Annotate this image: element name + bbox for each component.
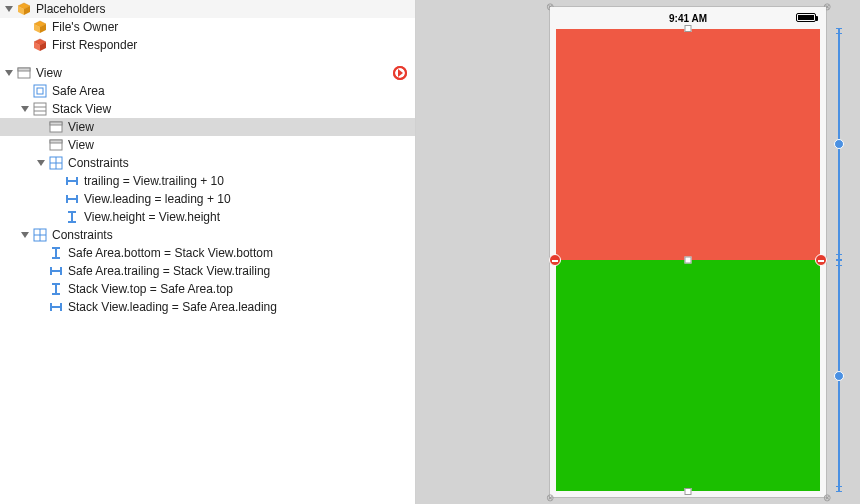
disclosure-triangle-icon[interactable] bbox=[36, 158, 46, 168]
device-frame[interactable]: ⊗ ⊗ ⊗ ⊗ 9:41 AM bbox=[549, 6, 827, 498]
outline-label: Stack View.top = Safe Area.top bbox=[68, 280, 233, 298]
outline-label: Placeholders bbox=[36, 0, 105, 18]
cube-icon bbox=[32, 37, 48, 53]
close-icon: ⊗ bbox=[821, 492, 832, 503]
outline-row-constraint[interactable]: Stack View.top = Safe Area.top bbox=[0, 280, 415, 298]
outline-row-placeholders[interactable]: Placeholders bbox=[0, 0, 415, 18]
outline-row-child-view-2[interactable]: View bbox=[0, 136, 415, 154]
outline-row-view-constraints[interactable]: Constraints bbox=[0, 226, 415, 244]
view-icon bbox=[48, 119, 64, 135]
outline-label: Safe Area bbox=[52, 82, 105, 100]
outline-row-stack-view[interactable]: Stack View bbox=[0, 100, 415, 118]
outline-label: First Responder bbox=[52, 36, 137, 54]
outline-label: View bbox=[68, 136, 94, 154]
ruler-handle-icon[interactable] bbox=[834, 371, 844, 381]
outline-row-stack-constraints[interactable]: Constraints bbox=[0, 154, 415, 172]
outline-label: View.height = View.height bbox=[84, 208, 220, 226]
outline-label: View bbox=[36, 64, 62, 82]
view-icon bbox=[48, 137, 64, 153]
outline-label: View.leading = leading + 10 bbox=[84, 190, 231, 208]
resize-handle-icon[interactable] bbox=[685, 257, 692, 264]
interface-builder-canvas[interactable]: ⊗ ⊗ ⊗ ⊗ 9:41 AM bbox=[416, 0, 860, 504]
svg-rect-5 bbox=[34, 103, 46, 115]
outline-label: Safe Area.bottom = Stack View.bottom bbox=[68, 244, 273, 262]
constraint-icon bbox=[64, 173, 80, 189]
resize-handle-icon[interactable] bbox=[685, 25, 692, 32]
disclosure-triangle-icon[interactable] bbox=[4, 68, 14, 78]
battery-icon bbox=[796, 13, 816, 22]
disclosure-triangle-icon[interactable] bbox=[20, 104, 30, 114]
outline-row-child-view-1[interactable]: View bbox=[0, 118, 415, 136]
constraint-icon bbox=[48, 281, 64, 297]
outline-label: Constraints bbox=[52, 226, 113, 244]
ruler-handle-icon[interactable] bbox=[834, 139, 844, 149]
constraint-icon bbox=[48, 245, 64, 261]
stack-icon bbox=[32, 101, 48, 117]
outline-label: Stack View.leading = Safe Area.leading bbox=[68, 298, 277, 316]
outline-row-constraint[interactable]: View.height = View.height bbox=[0, 208, 415, 226]
resize-handle-icon[interactable] bbox=[685, 488, 692, 495]
outline-row-constraint[interactable]: trailing = View.trailing + 10 bbox=[0, 172, 415, 190]
constraint-conflict-icon[interactable] bbox=[815, 254, 827, 266]
cube-icon bbox=[16, 1, 32, 17]
constraint-icon bbox=[48, 299, 64, 315]
constraint-icon bbox=[64, 209, 80, 225]
constraint-conflict-icon[interactable] bbox=[549, 254, 561, 266]
outline-row-constraint[interactable]: Safe Area.bottom = Stack View.bottom bbox=[0, 244, 415, 262]
outline-label: File's Owner bbox=[52, 18, 118, 36]
document-outline[interactable]: Placeholders File's Owner First Responde… bbox=[0, 0, 416, 504]
outline-row-safe-area[interactable]: Safe Area bbox=[0, 82, 415, 100]
outline-row-root-view[interactable]: View bbox=[0, 64, 415, 82]
disclosure-triangle-icon[interactable] bbox=[20, 230, 30, 240]
constraints-icon bbox=[32, 227, 48, 243]
outline-row-constraint[interactable]: Stack View.leading = Safe Area.leading bbox=[0, 298, 415, 316]
view-icon bbox=[16, 65, 32, 81]
svg-rect-1 bbox=[18, 68, 30, 71]
outline-row-constraint[interactable]: Safe Area.trailing = Stack View.trailing bbox=[0, 262, 415, 280]
outline-label: Constraints bbox=[68, 154, 129, 172]
error-indicator-icon[interactable] bbox=[393, 66, 407, 80]
cube-icon bbox=[32, 19, 48, 35]
close-icon: ⊗ bbox=[544, 492, 555, 503]
outline-label: Safe Area.trailing = Stack View.trailing bbox=[68, 262, 270, 280]
stack-view-canvas[interactable] bbox=[556, 29, 820, 491]
outline-row-files-owner[interactable]: File's Owner bbox=[0, 18, 415, 36]
constraints-icon bbox=[48, 155, 64, 171]
constraint-icon bbox=[64, 191, 80, 207]
outline-label: Stack View bbox=[52, 100, 111, 118]
outline-row-first-responder[interactable]: First Responder bbox=[0, 36, 415, 54]
size-rulers bbox=[832, 28, 846, 492]
ruler-segment bbox=[838, 28, 840, 260]
status-time: 9:41 AM bbox=[669, 13, 707, 24]
disclosure-triangle-icon[interactable] bbox=[4, 4, 14, 14]
constraint-icon bbox=[48, 263, 64, 279]
svg-rect-9 bbox=[50, 122, 62, 125]
svg-rect-4 bbox=[37, 88, 43, 94]
svg-rect-3 bbox=[34, 85, 46, 97]
outline-label: trailing = View.trailing + 10 bbox=[84, 172, 224, 190]
top-child-view[interactable] bbox=[556, 29, 820, 260]
ruler-segment bbox=[838, 260, 840, 492]
outline-label: View bbox=[68, 118, 94, 136]
svg-rect-11 bbox=[50, 140, 62, 143]
bottom-child-view[interactable] bbox=[556, 260, 820, 491]
outline-row-constraint[interactable]: View.leading = leading + 10 bbox=[0, 190, 415, 208]
safe-area-icon bbox=[32, 83, 48, 99]
